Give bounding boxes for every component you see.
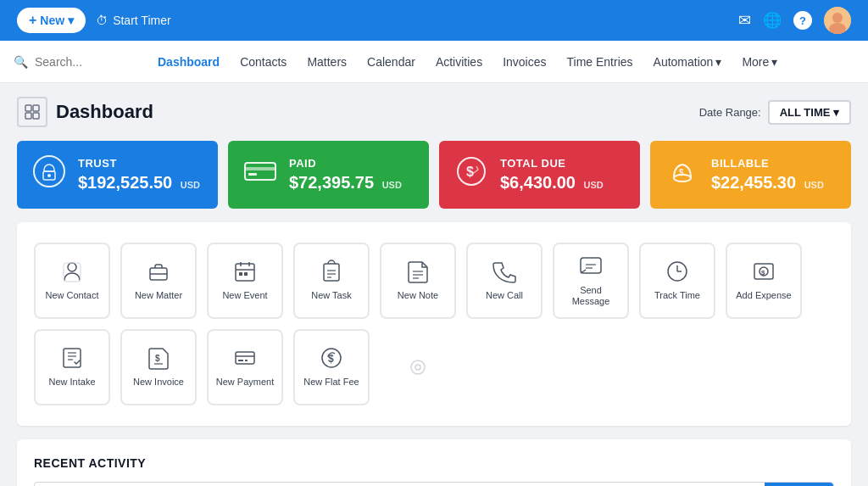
paid-label: PAID bbox=[289, 157, 414, 170]
svg-rect-11 bbox=[245, 167, 275, 170]
new-call-button[interactable]: New Call bbox=[466, 243, 542, 319]
recent-activity-panel: RECENT ACTIVITY 🔍 ▼ ▾ Save bbox=[17, 439, 851, 486]
quick-actions-panel: New Contact New Matter bbox=[17, 222, 851, 426]
trust-label: TRUST bbox=[78, 157, 203, 170]
svg-rect-3 bbox=[25, 105, 31, 111]
quick-actions-grid: New Contact New Matter bbox=[34, 243, 834, 405]
help-icon[interactable]: ? bbox=[793, 11, 812, 30]
date-range-button[interactable]: ALL TIME ▾ bbox=[768, 100, 851, 125]
svg-rect-49 bbox=[245, 360, 248, 361]
nav-matters[interactable]: Matters bbox=[298, 50, 355, 74]
new-payment-label: New Payment bbox=[216, 377, 274, 388]
page-content: Dashboard Date Range: ALL TIME ▾ TRUST $… bbox=[0, 83, 868, 486]
intake-icon bbox=[60, 346, 84, 370]
add-expense-button[interactable]: $ Add Expense bbox=[726, 243, 802, 319]
trust-value: $192,525.50 USD bbox=[78, 173, 203, 193]
phone-icon bbox=[492, 260, 516, 283]
save-button[interactable]: Save bbox=[765, 483, 833, 486]
chevron-down-icon: ▾ bbox=[68, 14, 74, 27]
ghost-placeholder bbox=[380, 329, 456, 405]
new-task-button[interactable]: New Task bbox=[293, 243, 370, 319]
calendar-icon bbox=[233, 260, 257, 283]
new-flat-fee-button[interactable]: $ New Flat Fee bbox=[293, 329, 370, 405]
search-icon: 🔍 bbox=[14, 55, 28, 69]
billable-label: BILLABLE bbox=[711, 157, 836, 170]
new-note-label: New Note bbox=[398, 290, 438, 301]
trust-info: TRUST $192,525.50 USD bbox=[78, 157, 203, 193]
svg-rect-26 bbox=[244, 272, 248, 276]
nav-invoices[interactable]: Invoices bbox=[494, 50, 554, 74]
new-event-label: New Event bbox=[222, 290, 267, 301]
paid-card[interactable]: PAID $72,395.75 USD bbox=[228, 141, 429, 209]
date-range-label: Date Range: bbox=[699, 106, 761, 119]
search-input[interactable] bbox=[35, 55, 120, 69]
chevron-down-icon: ▾ bbox=[771, 55, 777, 69]
start-timer-label: Start Timer bbox=[113, 14, 170, 27]
nav-dashboard[interactable]: Dashboard bbox=[149, 50, 228, 74]
track-time-button[interactable]: Track Time bbox=[639, 243, 715, 319]
billable-info: BILLABLE $22,455.30 USD bbox=[711, 157, 836, 193]
new-invoice-label: New Invoice bbox=[133, 377, 184, 388]
total-due-info: TOTAL DUE $6,430.00 USD bbox=[500, 157, 625, 193]
nav-automation[interactable]: Automation ▾ bbox=[645, 50, 731, 74]
billable-icon: $ bbox=[665, 154, 699, 195]
invoice-icon: $ bbox=[147, 346, 170, 370]
stat-cards: TRUST $192,525.50 USD PAID $72,395.75 bbox=[17, 141, 851, 209]
message-icon bbox=[579, 254, 603, 278]
svg-point-52 bbox=[411, 360, 425, 374]
timer-icon: ⏱ bbox=[96, 14, 108, 27]
new-event-button[interactable]: New Event bbox=[207, 243, 283, 319]
new-note-button[interactable]: New Note bbox=[380, 243, 456, 319]
new-contact-button[interactable]: New Contact bbox=[34, 243, 110, 319]
nav-time-entries[interactable]: Time Entries bbox=[558, 50, 641, 74]
new-payment-button[interactable]: New Payment bbox=[207, 329, 283, 405]
new-invoice-button[interactable]: $ New Invoice bbox=[120, 329, 197, 405]
nav-contacts[interactable]: Contacts bbox=[231, 50, 295, 74]
avatar[interactable] bbox=[824, 7, 851, 34]
total-due-card[interactable]: $ TOTAL DUE $6,430.00 USD bbox=[439, 141, 640, 209]
globe-icon[interactable]: 🌐 bbox=[763, 11, 782, 30]
svg-rect-6 bbox=[33, 113, 39, 119]
clipboard-icon bbox=[320, 260, 343, 283]
nav-bar: 🔍 Dashboard Contacts Matters Calendar Ac… bbox=[0, 41, 868, 83]
svg-text:$: $ bbox=[761, 269, 765, 277]
trust-icon bbox=[32, 154, 66, 195]
send-message-button[interactable]: Send Message bbox=[553, 243, 629, 319]
new-flat-fee-label: New Flat Fee bbox=[303, 377, 359, 388]
billable-card[interactable]: $ BILLABLE $22,455.30 USD bbox=[650, 141, 851, 209]
payment-icon bbox=[233, 346, 257, 370]
new-contact-label: New Contact bbox=[46, 290, 99, 301]
send-message-label: Send Message bbox=[561, 285, 620, 307]
page-header: Dashboard Date Range: ALL TIME ▾ bbox=[17, 97, 851, 127]
new-button[interactable]: + New ▾ bbox=[17, 8, 86, 33]
svg-point-1 bbox=[832, 13, 843, 23]
paid-icon bbox=[243, 158, 277, 192]
new-intake-label: New Intake bbox=[48, 377, 95, 388]
nav-more[interactable]: More ▾ bbox=[733, 50, 786, 74]
svg-rect-25 bbox=[239, 272, 242, 276]
add-expense-label: Add Expense bbox=[736, 290, 791, 301]
nav-activities[interactable]: Activities bbox=[427, 50, 491, 74]
chevron-down-icon: ▾ bbox=[715, 55, 721, 69]
recent-activity-title: RECENT ACTIVITY bbox=[34, 456, 834, 470]
top-bar-right: ✉ 🌐 ? bbox=[738, 7, 851, 34]
new-call-label: New Call bbox=[486, 290, 523, 301]
svg-rect-4 bbox=[33, 105, 39, 111]
track-time-label: Track Time bbox=[654, 290, 700, 301]
billable-value: $22,455.30 USD bbox=[711, 173, 836, 193]
person-icon bbox=[60, 260, 84, 283]
svg-rect-5 bbox=[25, 113, 31, 119]
svg-point-53 bbox=[415, 365, 420, 370]
mail-icon[interactable]: ✉ bbox=[738, 11, 751, 30]
trust-card[interactable]: TRUST $192,525.50 USD bbox=[17, 141, 218, 209]
top-bar: + New ▾ ⏱ Start Timer ✉ 🌐 ? bbox=[0, 0, 868, 41]
svg-rect-46 bbox=[236, 352, 254, 364]
new-matter-button[interactable]: New Matter bbox=[120, 243, 197, 319]
start-timer-button[interactable]: ⏱ Start Timer bbox=[96, 14, 170, 27]
new-task-label: New Task bbox=[311, 290, 351, 301]
svg-rect-12 bbox=[248, 173, 257, 176]
nav-calendar[interactable]: Calendar bbox=[359, 50, 424, 74]
svg-rect-43 bbox=[64, 349, 81, 367]
flatfee-icon: $ bbox=[320, 346, 343, 370]
new-intake-button[interactable]: New Intake bbox=[34, 329, 110, 405]
